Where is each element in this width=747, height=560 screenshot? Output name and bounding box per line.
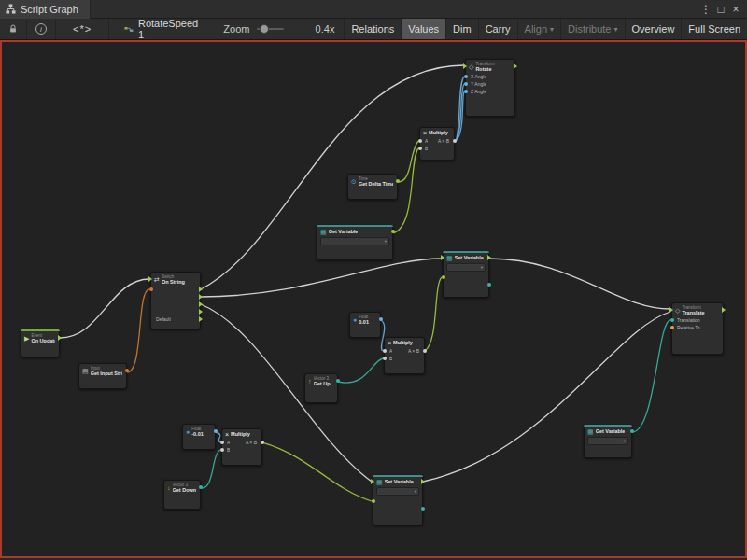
graph-canvas[interactable]: ▶EventOn Update▤InputGet Input String⇄Sw… bbox=[0, 40, 747, 558]
graph-node-float-1[interactable]: ●Float0.01 bbox=[349, 312, 381, 338]
node-port-row: X Angle bbox=[466, 73, 514, 80]
flow-output-port[interactable] bbox=[199, 287, 203, 292]
flow-output-port[interactable] bbox=[722, 307, 726, 313]
toolbar-button-align: Align▾ bbox=[517, 19, 560, 39]
graph-node-get-input-string[interactable]: ▤InputGet Input String bbox=[78, 363, 127, 389]
value-input-port[interactable] bbox=[464, 75, 468, 78]
edge-multiply-3-to-set-variable-2[interactable] bbox=[262, 442, 372, 501]
flow-output-port[interactable] bbox=[487, 255, 491, 260]
flow-output-port[interactable] bbox=[58, 335, 62, 341]
edge-get-variable-2-to-translate[interactable] bbox=[632, 320, 670, 432]
value-output-port[interactable] bbox=[487, 283, 491, 287]
value-input-port[interactable] bbox=[372, 499, 375, 503]
transform-icon: ◇ bbox=[675, 307, 680, 314]
flow-input-port[interactable] bbox=[669, 307, 673, 313]
toolbar-button-carry[interactable]: Carry bbox=[478, 19, 517, 39]
toolbar-button-overview[interactable]: Overview bbox=[625, 19, 682, 39]
graph-node-switch-on-string[interactable]: ⇄SwitchOn StringDefault bbox=[150, 272, 201, 329]
value-input-port[interactable] bbox=[464, 82, 468, 86]
value-input-port[interactable] bbox=[442, 275, 445, 279]
graph-node-translate[interactable]: ◇TransformTranslateTranslationRelative T… bbox=[671, 302, 724, 355]
info-button[interactable]: i bbox=[27, 19, 56, 39]
node-titles: InputGet Input String bbox=[91, 366, 122, 376]
flow-output-port[interactable] bbox=[199, 301, 203, 307]
flow-output-port[interactable] bbox=[199, 309, 203, 315]
multiply-icon: × bbox=[225, 431, 229, 438]
value-output-port[interactable] bbox=[391, 230, 395, 233]
graph-node-get-variable-2[interactable]: ▦Get Variable▾ bbox=[584, 425, 632, 458]
flow-output-port[interactable] bbox=[199, 294, 203, 300]
flow-input-port[interactable] bbox=[371, 479, 374, 484]
value-output-port[interactable] bbox=[421, 507, 425, 511]
graph-node-get-delta-time[interactable]: ⊙TimeGet Delta Time bbox=[347, 174, 398, 200]
graph-node-rotate[interactable]: ◇TransformRotateX AngleY AngleZ Angle bbox=[465, 59, 515, 117]
value-input-port[interactable] bbox=[220, 448, 224, 452]
node-rows: TranslationRelative To bbox=[672, 316, 723, 333]
value-output-port[interactable] bbox=[630, 429, 634, 433]
flow-input-port[interactable] bbox=[148, 276, 152, 282]
edge-get-input-string-to-switch-on-string[interactable] bbox=[127, 289, 149, 372]
node-header: ●Float0.01 bbox=[350, 313, 380, 326]
flow-output-port[interactable] bbox=[514, 63, 517, 69]
node-titles: Set Variable bbox=[385, 479, 414, 484]
toolbar-button-dim[interactable]: Dim bbox=[445, 19, 478, 39]
value-input-port[interactable] bbox=[670, 318, 674, 322]
value-output-port[interactable] bbox=[261, 441, 264, 444]
graph-node-multiply-1[interactable]: ×MultiplyAA × BB bbox=[419, 127, 455, 161]
toolbar-button-relations[interactable]: Relations bbox=[344, 19, 401, 39]
maximize-icon[interactable]: □ bbox=[713, 3, 728, 16]
edge-vector3-get-down-to-multiply-3[interactable] bbox=[201, 450, 220, 488]
toolbar-button-full-screen[interactable]: Full Screen bbox=[681, 19, 747, 39]
flow-output-port[interactable] bbox=[199, 316, 203, 322]
value-input-port[interactable] bbox=[418, 147, 422, 150]
edge-set-variable-1-to-translate[interactable] bbox=[489, 259, 670, 309]
variable-name-dropdown[interactable]: ▾ bbox=[587, 437, 628, 445]
value-input-port[interactable] bbox=[383, 357, 387, 360]
graph-breadcrumb[interactable]: RotateSpeed 1 bbox=[115, 19, 208, 39]
value-input-port[interactable] bbox=[149, 287, 153, 291]
value-input-port[interactable] bbox=[220, 441, 224, 444]
node-header: ◇TransformTranslate bbox=[672, 303, 723, 316]
graph-node-get-variable-1[interactable]: ▦Get Variable▾ bbox=[317, 225, 393, 260]
node-header: ⇄SwitchOn String bbox=[151, 273, 200, 286]
graph-node-on-update[interactable]: ▶EventOn Update bbox=[21, 329, 60, 357]
variable-name-dropdown[interactable]: ▾ bbox=[446, 263, 486, 272]
graph-node-float-2[interactable]: ●Float-0.01 bbox=[182, 424, 216, 450]
fit-graph-button[interactable]: <*> bbox=[56, 19, 109, 39]
variable-name-dropdown[interactable]: ▾ bbox=[320, 237, 389, 245]
node-title: Get Variable bbox=[596, 428, 626, 434]
value-input-port[interactable] bbox=[418, 139, 422, 143]
tab-script-graph[interactable]: Script Graph bbox=[0, 0, 91, 19]
toolbar-button-values[interactable]: Values bbox=[401, 19, 445, 39]
node-port-row: Y Angle bbox=[466, 80, 514, 88]
menu-icon[interactable]: ⋮ bbox=[698, 3, 713, 16]
graph-node-vector3-get-up[interactable]: ↑Vector 3Get Up bbox=[304, 373, 338, 403]
lock-button[interactable] bbox=[0, 19, 27, 39]
graph-node-set-variable-2[interactable]: ▦Set Variable▾ bbox=[373, 475, 423, 525]
dropdown-arrow-icon: ▾ bbox=[550, 25, 554, 34]
value-input-port[interactable] bbox=[464, 90, 468, 93]
flow-input-port[interactable] bbox=[463, 63, 467, 69]
value-output-port[interactable] bbox=[453, 139, 457, 143]
zoom-slider[interactable] bbox=[257, 23, 283, 35]
zoom-slider-handle[interactable] bbox=[260, 24, 269, 34]
edge-vector3-get-up-to-multiply-2[interactable] bbox=[338, 358, 383, 383]
close-icon[interactable]: × bbox=[728, 3, 743, 16]
edge-multiply-2-to-set-variable-1[interactable] bbox=[425, 277, 442, 351]
value-input-port[interactable] bbox=[383, 349, 387, 353]
variable-icon: ▦ bbox=[376, 479, 383, 485]
edge-switch-on-string-to-set-variable-1[interactable] bbox=[201, 259, 442, 297]
edge-set-variable-2-to-translate[interactable] bbox=[423, 312, 670, 482]
graph-node-multiply-2[interactable]: ×MultiplyAA × BB bbox=[384, 337, 425, 374]
variable-name-dropdown[interactable]: ▾ bbox=[376, 487, 419, 496]
graph-node-set-variable-1[interactable]: ▦Set Variable▾ bbox=[443, 251, 489, 298]
edge-get-delta-time-to-multiply-1[interactable] bbox=[398, 141, 418, 182]
edge-on-update-to-switch-on-string[interactable] bbox=[60, 279, 149, 338]
port-label: Z Angle bbox=[471, 89, 486, 94]
flow-input-port[interactable] bbox=[441, 255, 444, 260]
flow-output-port[interactable] bbox=[421, 479, 425, 484]
value-output-port[interactable] bbox=[423, 349, 427, 353]
graph-node-vector3-get-down[interactable]: ↓Vector 3Get Down bbox=[163, 480, 201, 510]
graph-node-multiply-3[interactable]: ×MultiplyAA × BB bbox=[221, 428, 262, 466]
value-input-port[interactable] bbox=[670, 326, 674, 329]
